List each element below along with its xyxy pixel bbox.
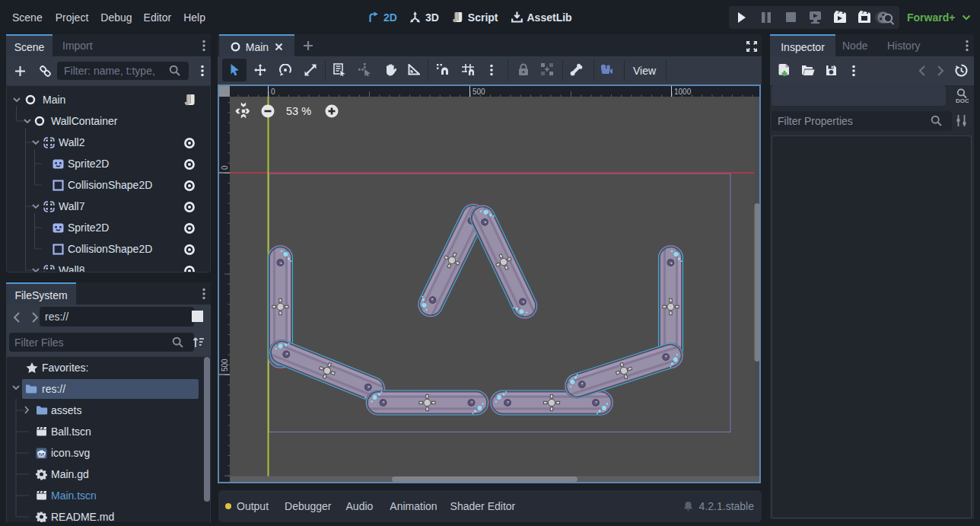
svg-text:Wall7: Wall7 [59,200,85,212]
svg-text:WallContainer: WallContainer [51,115,118,127]
svg-text:Main.gd: Main.gd [51,468,89,480]
svg-text:Main: Main [43,94,65,106]
svg-text:res://: res:// [42,383,65,395]
svg-text:assets: assets [51,404,81,416]
svg-text:Favorites:: Favorites: [42,362,88,374]
svg-text:icon.svg: icon.svg [51,447,90,459]
svg-text:0: 0 [221,165,229,170]
svg-text:53 %: 53 % [286,105,311,117]
svg-text:Sprite2D: Sprite2D [68,222,109,234]
svg-text:500: 500 [221,359,229,371]
svg-text:CollisionShape2D: CollisionShape2D [68,243,152,255]
svg-text:Wall8: Wall8 [59,264,85,273]
svg-text:README.md: README.md [51,511,114,522]
svg-text:Main.tscn: Main.tscn [51,489,97,502]
svg-text:1000: 1000 [674,88,692,96]
svg-text:Ball.tscn: Ball.tscn [51,426,91,438]
svg-text:Sprite2D: Sprite2D [68,158,109,170]
svg-text:Wall2: Wall2 [59,136,85,148]
svg-text:500: 500 [473,88,485,96]
svg-text:0: 0 [271,88,275,96]
svg-text:CollisionShape2D: CollisionShape2D [68,179,152,191]
svg-text:DOC: DOC [956,97,969,104]
